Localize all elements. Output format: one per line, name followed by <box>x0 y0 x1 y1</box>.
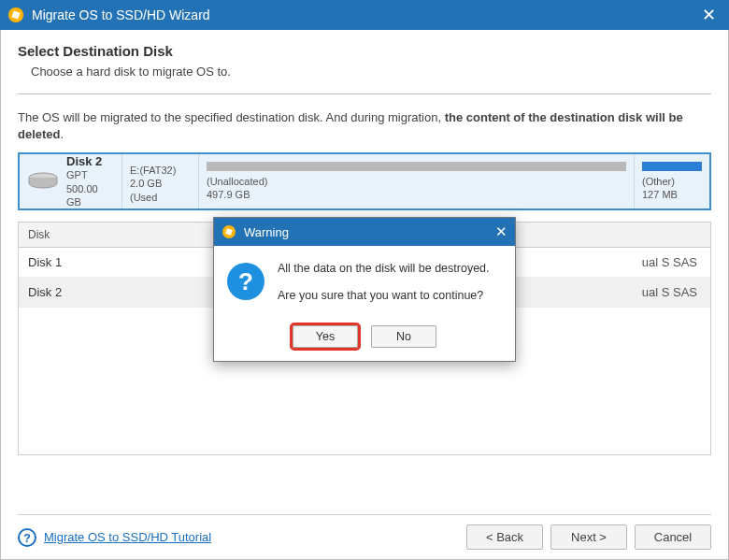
partition-2[interactable]: (Other) 127 MB <box>635 154 709 208</box>
row-disk-note: ual S SAS <box>598 250 710 275</box>
dialog-titlebar: Warning ✕ <box>214 218 515 246</box>
warning-dialog: Warning ✕ ? All the data on the disk wil… <box>213 217 516 362</box>
partition-label: (Other) <box>642 175 702 188</box>
dialog-message: All the data on the disk will be destroy… <box>278 259 490 307</box>
divider <box>18 93 711 94</box>
partition-1[interactable]: (Unallocated) 497.9 GB <box>199 154 635 208</box>
migration-warning: The OS will be migrated to the specified… <box>18 109 711 143</box>
partition-bar <box>642 162 702 171</box>
dialog-title: Warning <box>244 225 495 239</box>
cancel-button[interactable]: Cancel <box>635 524 711 550</box>
page-title: Select Destination Disk <box>18 43 711 59</box>
partition-size: 2.0 GB (Used <box>130 177 191 204</box>
partition-bar <box>207 162 626 171</box>
wizard-footer: ? Migrate OS to SSD/HD Tutorial < Back N… <box>18 514 711 550</box>
warning-pre: The OS will be migrated to the specified… <box>18 110 445 124</box>
partition-size: 127 MB <box>642 188 702 201</box>
dialog-line2: Are you sure that you want to continue? <box>278 286 490 306</box>
no-button[interactable]: No <box>371 325 436 348</box>
help-icon[interactable]: ? <box>18 528 36 547</box>
dialog-line1: All the data on the disk will be destroy… <box>278 259 490 279</box>
partition-size: 497.9 GB <box>207 188 626 201</box>
app-icon <box>7 7 24 23</box>
partition-label: (Unallocated) <box>207 175 626 188</box>
app-icon <box>222 224 236 239</box>
back-button[interactable]: < Back <box>466 524 543 550</box>
dialog-close-icon[interactable]: ✕ <box>495 223 507 240</box>
disk-summary: Disk 2 GPT 500.00 GB <box>20 154 122 208</box>
svg-text:?: ? <box>23 531 31 545</box>
hdd-icon <box>27 172 59 191</box>
yes-button[interactable]: Yes <box>293 325 358 348</box>
tutorial-link[interactable]: Migrate OS to SSD/HD Tutorial <box>44 530 211 544</box>
close-icon[interactable]: ✕ <box>695 5 722 25</box>
row-disk-note: ual S SAS <box>598 280 710 305</box>
window-title: Migrate OS to SSD/HD Wizard <box>32 7 695 22</box>
partition-0[interactable]: E:(FAT32) 2.0 GB (Used <box>122 154 199 208</box>
disk-capacity: 500.00 GB <box>66 182 114 209</box>
page-subtitle: Choose a hard disk to migrate OS to. <box>31 65 711 79</box>
disk-name: Disk 2 <box>66 154 114 168</box>
partition-label: E:(FAT32) <box>130 164 191 177</box>
main-titlebar: Migrate OS to SSD/HD Wizard ✕ <box>0 0 729 30</box>
warning-post: . <box>61 127 64 141</box>
next-button[interactable]: Next > <box>550 524 627 550</box>
disk-scheme: GPT <box>66 168 114 181</box>
question-icon: ? <box>227 263 264 300</box>
selected-disk-panel[interactable]: Disk 2 GPT 500.00 GB E:(FAT32) 2.0 GB (U… <box>18 152 711 210</box>
